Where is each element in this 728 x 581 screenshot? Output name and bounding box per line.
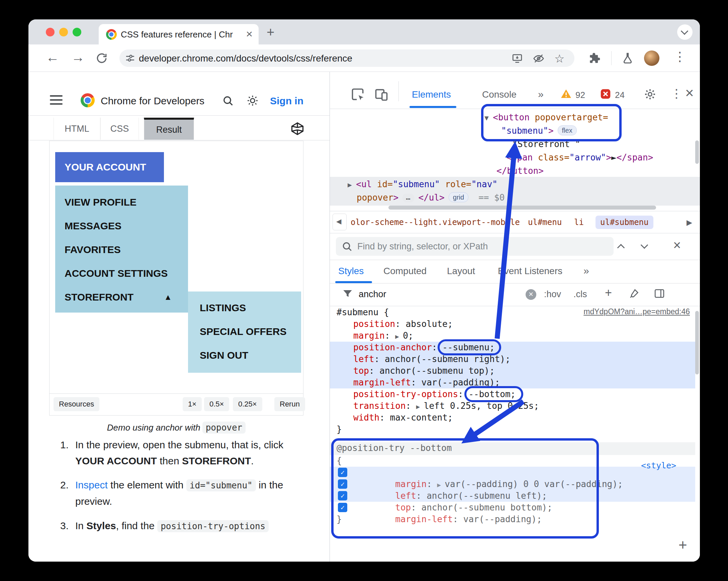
position-try-close-brace[interactable]: }: [330, 514, 695, 525]
warning-icon[interactable]: [560, 88, 572, 100]
window-close-button[interactable]: [46, 28, 55, 36]
incognito-eye-icon[interactable]: [533, 53, 544, 64]
menu-item-storefront[interactable]: STOREFRONT ▲: [55, 285, 188, 309]
add-property-button[interactable]: +: [678, 536, 687, 553]
tab-result[interactable]: Result: [144, 118, 194, 140]
dom-node-line[interactable]: "submenu">flex: [501, 124, 581, 137]
seg-link[interactable]: Inspect: [75, 479, 108, 490]
new-tab-button[interactable]: [267, 25, 274, 39]
css-property-line[interactable]: top: anchor(--submenu bottom);: [330, 490, 695, 502]
breadcrumb-prev-button[interactable]: [333, 214, 346, 230]
profile-avatar[interactable]: [644, 51, 659, 66]
styles-vertical-scrollbar[interactable]: [695, 311, 699, 375]
css-property-line[interactable]: top: anchor(--submenu top);: [330, 365, 695, 377]
dom-node-line[interactable]: </button>: [496, 164, 544, 177]
devtools-menu-icon[interactable]: [671, 87, 682, 101]
address-bar[interactable]: developer.chrome.com/docs/devtools/css/r…: [120, 50, 574, 67]
dom-node-line[interactable]: <span class="arrow">►</span>: [506, 151, 653, 164]
property-checkbox[interactable]: [338, 468, 347, 477]
window-zoom-button[interactable]: [73, 28, 81, 36]
property-checkbox[interactable]: [338, 491, 347, 500]
device-toolbar-icon[interactable]: [374, 87, 389, 102]
style-filter-input[interactable]: anchor: [359, 289, 386, 300]
breadcrumb-next-button[interactable]: [686, 218, 692, 227]
forward-button[interactable]: →: [71, 50, 85, 65]
site-brand[interactable]: Chrome for Developers: [101, 95, 204, 107]
scale-1x-button[interactable]: 1×: [183, 397, 202, 411]
css-property-line[interactable]: margin: ▶ 0;: [330, 330, 695, 342]
submenu-item[interactable]: LISTINGS: [188, 296, 301, 320]
browser-menu-icon[interactable]: [673, 49, 686, 64]
site-settings-icon[interactable]: [125, 53, 135, 63]
tab-elements[interactable]: Elements: [412, 89, 451, 100]
horizontal-scrollbar[interactable]: [388, 205, 656, 210]
submenu-item[interactable]: SIGN OUT: [188, 343, 301, 367]
dom-node-line[interactable]: "Storefront ": [512, 137, 580, 151]
toggle-hover-button[interactable]: :hov: [544, 289, 561, 300]
browser-tab[interactable]: CSS features reference | Chr: [99, 24, 259, 45]
find-input[interactable]: Find by string, selector, or XPath: [336, 237, 614, 256]
window-minimize-button[interactable]: [59, 28, 68, 36]
find-close-icon[interactable]: [673, 238, 681, 253]
back-button[interactable]: ←: [46, 50, 59, 65]
breadcrumb-item[interactable]: olor-scheme--light.viewport--mobile: [350, 216, 520, 229]
warning-count[interactable]: 92: [575, 90, 585, 100]
css-property-line[interactable]: margin: ▶ var(--padding) 0 0 var(--paddi…: [330, 467, 695, 478]
more-sidebar-tabs-icon[interactable]: »: [583, 265, 589, 276]
find-next-icon[interactable]: [641, 241, 648, 249]
css-property-line[interactable]: position: absolute;: [330, 318, 695, 330]
css-property-line[interactable]: margin-left: var(--padding);: [330, 502, 695, 514]
new-style-rule-button[interactable]: +: [605, 286, 612, 300]
breadcrumb-item-selected[interactable]: ul#submenu: [596, 216, 653, 229]
error-count[interactable]: 24: [615, 90, 625, 100]
css-property-line[interactable]: margin-left: var(--padding);: [330, 377, 695, 388]
style-element-link[interactable]: <style>: [641, 461, 676, 470]
hamburger-menu-icon[interactable]: [50, 95, 62, 107]
sign-in-link[interactable]: Sign in: [270, 95, 304, 107]
settings-gear-icon[interactable]: [644, 88, 656, 101]
tab-styles[interactable]: Styles: [338, 266, 364, 276]
scale-025x-button[interactable]: 0.25×: [233, 397, 262, 411]
submenu-item[interactable]: SPECIAL OFFERS: [188, 320, 301, 343]
clear-filter-icon[interactable]: [526, 289, 536, 300]
install-icon[interactable]: [512, 53, 523, 64]
dom-node-line-selected[interactable]: popover>…</ul>grid== $0: [357, 191, 504, 204]
scale-05x-button[interactable]: 0.5×: [204, 397, 229, 411]
theme-toggle-icon[interactable]: [246, 94, 259, 107]
tab-event-listeners[interactable]: Event Listeners: [498, 266, 563, 276]
dom-node-line-selected[interactable]: ▶ <ul id="submenu" role="nav": [347, 177, 497, 191]
menu-item[interactable]: FAVORITES: [55, 238, 188, 261]
property-checkbox[interactable]: [338, 479, 347, 489]
vertical-scrollbar[interactable]: [695, 140, 699, 164]
devtools-close-icon[interactable]: [685, 85, 694, 101]
tab-css[interactable]: CSS: [100, 118, 139, 140]
menu-item[interactable]: ACCOUNT SETTINGS: [55, 261, 188, 285]
css-property-line-position-try-options[interactable]: position-try-options: --bottom;: [330, 388, 695, 400]
menu-item[interactable]: MESSAGES: [55, 214, 188, 238]
tab-computed[interactable]: Computed: [383, 266, 426, 276]
dock-sidebar-icon[interactable]: [654, 288, 665, 299]
dom-node-line[interactable]: ▼ <button popovertarget=: [485, 111, 608, 124]
property-checkbox[interactable]: [338, 503, 347, 512]
more-tabs-icon[interactable]: »: [538, 89, 544, 100]
css-property-line[interactable]: width: max-content;: [330, 412, 695, 423]
tab-close-icon[interactable]: [246, 27, 253, 40]
css-property-line[interactable]: left: anchor(--submenu left);: [330, 478, 695, 490]
position-try-open-brace[interactable]: {: [330, 455, 695, 467]
bookmark-star-icon[interactable]: [554, 52, 564, 65]
find-previous-icon[interactable]: [617, 244, 625, 252]
resources-button[interactable]: Resources: [54, 397, 99, 411]
css-property-line-position-anchor[interactable]: position-anchor: --submenu;: [330, 342, 695, 353]
reload-icon[interactable]: [95, 52, 108, 64]
toggle-class-button[interactable]: .cls: [573, 289, 587, 300]
codepen-icon[interactable]: [290, 121, 305, 136]
error-icon[interactable]: [600, 88, 612, 100]
inspect-element-icon[interactable]: [350, 87, 365, 102]
tab-layout[interactable]: Layout: [447, 266, 475, 276]
extensions-icon[interactable]: [588, 52, 601, 64]
experiments-flask-icon[interactable]: [621, 52, 634, 64]
css-selector-line[interactable]: #submenu {: [330, 307, 695, 318]
breadcrumb-item[interactable]: ul#menu: [528, 216, 562, 229]
position-try-header[interactable]: @position-try --bottom: [330, 442, 695, 454]
tab-html[interactable]: HTML: [54, 118, 100, 140]
